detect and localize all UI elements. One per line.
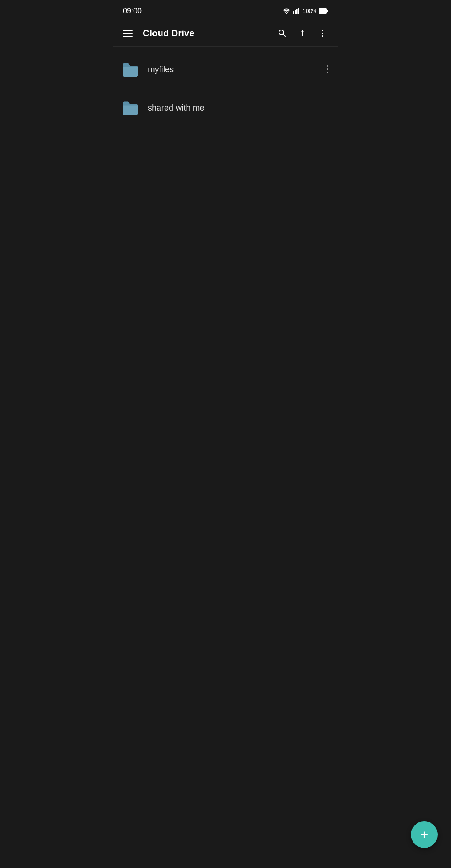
wifi-icon: [282, 8, 291, 14]
search-icon: [277, 28, 287, 38]
sort-button[interactable]: [293, 24, 312, 43]
overflow-menu-button[interactable]: [313, 24, 332, 43]
status-icons: 100%: [282, 8, 328, 14]
svg-rect-0: [293, 11, 294, 14]
list-item[interactable]: myfiles: [113, 50, 338, 89]
menu-button[interactable]: [119, 27, 136, 40]
dot-3: [327, 72, 328, 73]
app-bar: Cloud Drive: [113, 20, 338, 47]
file-list: myfiles shared with me: [113, 47, 338, 130]
dot-1: [327, 65, 328, 67]
sort-icon: [297, 28, 307, 38]
svg-point-6: [322, 30, 323, 31]
hamburger-line-3: [123, 36, 133, 37]
svg-point-7: [322, 33, 323, 34]
svg-rect-3: [298, 8, 299, 14]
file-name: myfiles: [148, 65, 323, 74]
signal-icon: [293, 8, 300, 14]
app-title: Cloud Drive: [143, 28, 273, 39]
file-name: shared with me: [148, 103, 332, 113]
folder-icon: [121, 62, 139, 77]
search-button[interactable]: [273, 24, 291, 43]
svg-rect-2: [296, 9, 298, 14]
item-overflow-button[interactable]: [323, 62, 332, 77]
folder-icon-container: [119, 58, 141, 80]
app-bar-actions: [273, 24, 332, 43]
dot-2: [327, 68, 328, 70]
svg-rect-4: [319, 8, 327, 13]
battery-icon: [319, 8, 328, 14]
battery-percent: 100%: [302, 8, 317, 14]
svg-rect-5: [327, 10, 328, 12]
status-bar: 09:00 100%: [113, 0, 338, 20]
list-item[interactable]: shared with me: [113, 89, 338, 127]
svg-point-8: [322, 35, 323, 37]
hamburger-line-2: [123, 33, 133, 34]
more-vertical-icon: [317, 28, 327, 38]
folder-icon: [121, 100, 139, 115]
battery-container: 100%: [302, 8, 328, 14]
status-time: 09:00: [123, 7, 142, 15]
svg-rect-1: [295, 10, 296, 14]
folder-icon-container: [119, 97, 141, 119]
hamburger-line-1: [123, 30, 133, 31]
